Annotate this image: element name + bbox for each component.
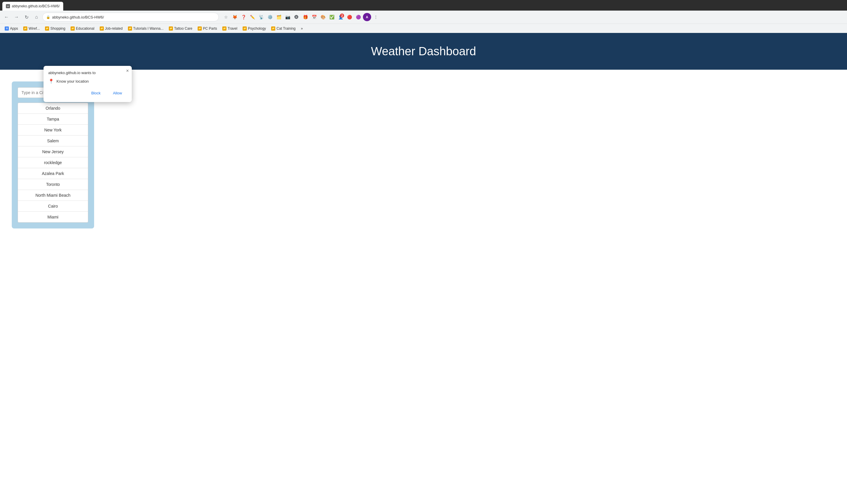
tab-bar: W abbyneko.github.io/BCS-HW6/	[0, 0, 847, 11]
bookmark-educational[interactable]: 📁 Educational	[68, 26, 97, 31]
bookmark-wiref-label: Wiref...	[29, 26, 40, 31]
permission-popup: × abbyneko.github.io wants to 📍 Know you…	[43, 66, 132, 102]
tab-favicon: W	[6, 4, 10, 8]
bookmark-educational-label: Educational	[76, 26, 94, 31]
tab-title: abbyneko.github.io/BCS-HW6/	[12, 4, 60, 8]
list-item[interactable]: Salem	[18, 136, 88, 146]
extension-icon-1[interactable]: 🦊	[231, 13, 239, 21]
bookmark-shopping[interactable]: 📁 Shopping	[43, 26, 68, 31]
folder-icon-3: 📁	[71, 26, 75, 31]
list-item[interactable]: rockledge	[18, 157, 88, 168]
home-button[interactable]: ⌂	[32, 13, 41, 21]
list-item[interactable]: Orlando	[18, 103, 88, 114]
folder-icon-8: 📁	[222, 26, 227, 31]
bookmark-cat-label: Cat Training	[276, 26, 295, 31]
extension-icon-wiki[interactable]: 🅦	[292, 13, 301, 21]
list-item[interactable]: Toronto	[18, 179, 88, 190]
folder-icon-5: 📁	[128, 26, 132, 31]
list-item[interactable]: Cairo	[18, 201, 88, 212]
star-button[interactable]: ☆	[222, 13, 230, 21]
folder-icon-9: 📁	[242, 26, 247, 31]
bookmark-more-label: »	[301, 26, 303, 31]
extension-icon-calendar[interactable]: 📅	[310, 13, 318, 21]
bookmarks-bar: ⊞ Apps 📁 Wiref... 📁 Shopping 📁 Education…	[0, 23, 847, 33]
active-tab[interactable]: W abbyneko.github.io/BCS-HW6/	[2, 2, 63, 11]
extension-icon-2[interactable]: ❓	[239, 13, 248, 21]
bookmark-pc-label: PC Parts	[203, 26, 217, 31]
popup-close-button[interactable]: ×	[126, 68, 129, 73]
url-text: abbyneko.github.io/BCS-HW6/	[52, 15, 104, 19]
forward-button[interactable]: →	[12, 13, 21, 21]
page-title: Weather Dashboard	[6, 45, 841, 58]
extension-icon-3[interactable]: ✏️	[248, 13, 256, 21]
bookmark-job[interactable]: 📁 Job-related	[97, 26, 125, 31]
popup-permission-text: Know your location	[56, 79, 89, 84]
folder-icon-4: 📁	[100, 26, 104, 31]
bookmark-travel[interactable]: 📁 Travel	[220, 26, 240, 31]
back-button[interactable]: ←	[2, 13, 11, 21]
apps-icon: ⊞	[5, 26, 9, 31]
bookmark-travel-label: Travel	[228, 26, 237, 31]
folder-icon-6: 📁	[169, 26, 173, 31]
lock-icon: 🔒	[46, 15, 50, 19]
bookmark-shopping-label: Shopping	[50, 26, 65, 31]
popup-buttons: Block Allow	[48, 89, 127, 97]
address-bar[interactable]: 🔒 abbyneko.github.io/BCS-HW6/	[42, 13, 219, 21]
list-item[interactable]: North Miami Beach	[18, 190, 88, 201]
allow-button[interactable]: Allow	[108, 89, 127, 97]
bookmark-psychology-label: Psychology	[248, 26, 266, 31]
extension-icon-5[interactable]: ⚙️	[266, 13, 274, 21]
extension-icon-camera[interactable]: 📷	[284, 13, 292, 21]
extension-icon-color[interactable]: 🎨	[319, 13, 327, 21]
bookmark-job-label: Job-related	[105, 26, 123, 31]
bookmark-psychology[interactable]: 📁 Psychology	[240, 26, 268, 31]
folder-icon-1: 📁	[23, 26, 28, 31]
folder-icon-2: 📁	[45, 26, 49, 31]
extension-icon-check[interactable]: ✅	[328, 13, 336, 21]
bookmark-tattoo-label: Tattoo Care	[174, 26, 192, 31]
folder-icon-10: 📁	[271, 26, 275, 31]
bookmark-tattoo[interactable]: 📁 Tattoo Care	[166, 26, 195, 31]
bookmark-tutorials[interactable]: 📁 Tutorials I Wanna...	[126, 26, 166, 31]
list-item[interactable]: Azalea Park	[18, 168, 88, 179]
list-item[interactable]: Miami	[18, 212, 88, 222]
browser-chrome: W abbyneko.github.io/BCS-HW6/ ← → ↻ ⌂ 🔒 …	[0, 0, 847, 33]
toolbar-icons: ☆ 🦊 ❓ ✏️ 📡 ⚙️ 🗂️ 📷 🅦 🎁 📅 🎨 ✅ 2 👤 🔴 🟣 A ⋮	[222, 13, 380, 21]
extension-icon-badge[interactable]: 2 👤	[337, 13, 345, 21]
list-item[interactable]: New York	[18, 125, 88, 136]
list-item[interactable]: Tampa	[18, 114, 88, 125]
browser-toolbar: ← → ↻ ⌂ 🔒 abbyneko.github.io/BCS-HW6/ ☆ …	[0, 11, 847, 23]
extension-icon-profile[interactable]: A	[363, 13, 371, 21]
list-item[interactable]: New Jersey	[18, 146, 88, 157]
bookmark-apps[interactable]: ⊞ Apps	[2, 26, 20, 31]
app-content: × abbyneko.github.io wants to 📍 Know you…	[0, 33, 847, 246]
bookmark-apps-label: Apps	[10, 26, 18, 31]
extension-icon-gift[interactable]: 🎁	[301, 13, 309, 21]
app-header: Weather Dashboard	[0, 33, 847, 70]
extension-icon-red[interactable]: 🔴	[345, 13, 354, 21]
extension-icon-4[interactable]: 📡	[257, 13, 265, 21]
bookmark-tutorials-label: Tutorials I Wanna...	[133, 26, 163, 31]
bookmark-cat[interactable]: 📁 Cat Training	[269, 26, 298, 31]
bookmark-wiref[interactable]: 📁 Wiref...	[21, 26, 42, 31]
popup-permission-row: 📍 Know your location	[48, 78, 127, 84]
bookmark-pc[interactable]: 📁 PC Parts	[195, 26, 219, 31]
weather-card: 🔍 Orlando Tampa New York Salem New Jerse…	[12, 82, 94, 229]
city-list: Orlando Tampa New York Salem New Jersey …	[18, 103, 88, 222]
extension-icon-purple[interactable]: 🟣	[354, 13, 362, 21]
block-button[interactable]: Block	[86, 89, 106, 97]
more-button[interactable]: ⋮	[372, 13, 380, 21]
location-pin-icon: 📍	[48, 78, 54, 84]
bookmark-more[interactable]: »	[299, 26, 305, 31]
extension-icon-6[interactable]: 🗂️	[275, 13, 283, 21]
folder-icon-7: 📁	[198, 26, 202, 31]
refresh-button[interactable]: ↻	[22, 13, 31, 21]
popup-title: abbyneko.github.io wants to	[48, 71, 127, 75]
permission-popup-overlay: × abbyneko.github.io wants to 📍 Know you…	[43, 66, 132, 102]
